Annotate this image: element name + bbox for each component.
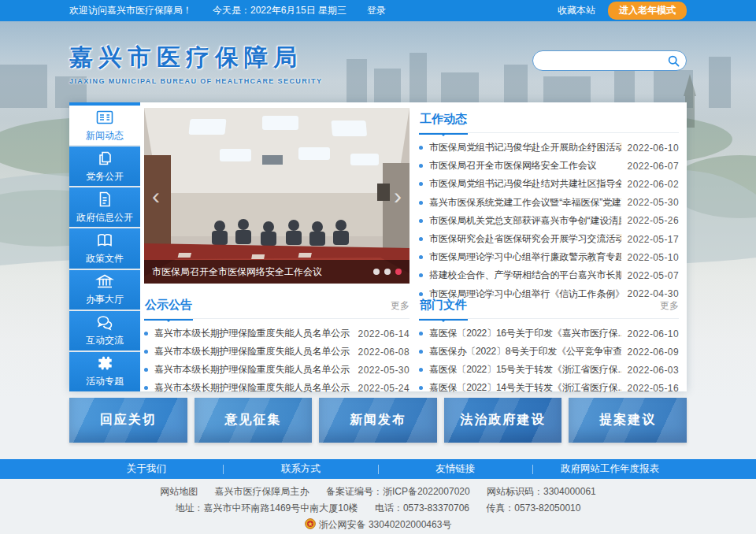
news-item-title: 市医保局党组书记冯俊华赴企开展助企纾困活动 [429,141,621,154]
news-item-title: 市医保局召开全市医保网络安全工作会议 [429,159,621,172]
section-dept-files: 部门文件 更多 嘉医保〔2022〕16号关于印发《嘉兴市医疗保...2022-0… [419,298,679,397]
news-item[interactable]: 市医保局机关党总支部获评嘉兴市争创“建设清廉机...2022-05-26 [419,212,679,230]
notices-more-link[interactable]: 更多 [391,298,410,313]
carousel-dot-3[interactable] [395,269,402,275]
news-item[interactable]: 市医保局党组书记冯俊华赴企开展助企纾困活动2022-06-10 [419,139,679,157]
news-item-title: 嘉兴市本级长期护理保险重度失能人员名单公示（2... [154,327,352,340]
banner-opinion-collection[interactable]: 意见征集 [195,398,313,443]
section-notices: 公示公告 更多 嘉兴市本级长期护理保险重度失能人员名单公示（2...2022-0… [144,298,410,397]
banner-proposal-suggestions[interactable]: 提案建议 [569,398,687,443]
news-item-date: 2022-05-17 [628,234,679,245]
news-list: 市医保局党组书记冯俊华赴企开展助企纾困活动2022-06-10 市医保局召开全市… [419,139,679,303]
news-item-title: 嘉兴市医保系统党建工作会议暨“幸福医保”党建联... [429,196,621,210]
section-title[interactable]: 公示公告 [144,298,193,321]
puzzle-icon [96,354,113,372]
search-input[interactable] [543,55,668,66]
section-title[interactable]: 部门文件 [419,298,468,321]
news-item[interactable]: 嘉兴市本级长期护理保险重度失能人员名单公示（2...2022-05-24 [144,379,410,397]
banner-respond-concerns[interactable]: 回应关切 [69,398,187,443]
news-item-date: 2022-05-16 [628,383,679,394]
elder-mode-button[interactable]: 进入老年模式 [608,2,687,20]
chat-icon [95,313,114,331]
news-item-date: 2022-06-10 [628,328,679,339]
news-item-date: 2022-06-03 [628,365,679,376]
carousel-dot-1[interactable] [373,269,380,275]
news-item-title: 嘉医保〔2022〕14号关于转发《浙江省医疗保... [429,381,621,395]
sidebar-item-interaction[interactable]: 互动交流 [69,311,140,350]
site-logo: 嘉兴市医疗保障局 JIAXING MUNICIPAL BUREAU OF HEA… [69,42,322,85]
police-beian-link[interactable]: 浙公网安备 33040202000463号 [319,519,452,530]
sidebar-item-activities[interactable]: 活动专题 [69,352,140,391]
footer-link-friendly-links[interactable]: 友情链接 [379,462,532,476]
news-item[interactable]: 搭建校企合作、产学研相结合的平台嘉兴市长期护理...2022-05-07 [419,266,679,284]
news-item[interactable]: 嘉医保〔2022〕16号关于印发《嘉兴市医疗保...2022-06-10 [419,324,679,343]
footer-info-line3: 浙公网安备 33040202000463号 [0,517,756,533]
dept-files-more-link[interactable]: 更多 [660,298,679,313]
news-carousel[interactable]: 市医保局召开全市医保网络安全工作会议 [144,108,410,284]
banner-label: 法治政府建设 [461,412,546,428]
sidebar-item-party-affairs[interactable]: 党务公开 [69,146,140,186]
bullet-icon [419,386,423,390]
sidebar-item-label: 党务公开 [86,170,124,184]
footer-link-annual-report[interactable]: 政府网站工作年度报表 [533,462,687,476]
carousel-caption[interactable]: 市医保局召开全市医保网络安全工作会议 [152,265,373,279]
bullet-icon [419,368,423,372]
news-item-title: 嘉兴市本级长期护理保险重度失能人员名单公示（2... [154,363,352,376]
news-item-date: 2022-06-02 [628,179,679,190]
news-item-title: 搭建校企合作、产学研相结合的平台嘉兴市长期护理... [429,269,621,282]
news-item[interactable]: 市医保研究会赴省医保研究会开展学习交流活动2022-05-17 [419,230,679,248]
news-item[interactable]: 市医保局党组书记冯俊华赴结对共建社区指导全国文...2022-06-02 [419,175,679,193]
carousel-slide-image [144,108,410,284]
news-item-date: 2022-06-07 [628,161,679,172]
section-title[interactable]: 工作动态 [419,112,468,135]
banner-news-release[interactable]: 新闻发布 [319,398,437,443]
bullet-icon [144,332,148,336]
footer-link-contact[interactable]: 联系方式 [224,462,377,476]
banner-rule-of-law-gov[interactable]: 法治政府建设 [444,398,562,443]
news-item[interactable]: 嘉医保办〔2022〕8号关于印发《公平竞争审查...2022-06-09 [419,343,679,361]
carousel-prev-arrow-icon[interactable] [147,183,165,211]
news-item-date: 2022-06-09 [628,347,679,358]
icp-number: 备案证编号：浙ICP备2022007020 [326,486,470,497]
sidebar-item-news[interactable]: 新闻动态 [69,106,140,145]
carousel-dots [373,269,402,275]
site-id-number: 网站标识码：3304000061 [487,486,596,497]
news-item[interactable]: 市医保局召开全市医保网络安全工作会议2022-06-07 [419,157,679,175]
documents-icon [96,150,113,167]
sidebar-item-gov-info[interactable]: 政府信息公开 [69,187,140,227]
news-item[interactable]: 嘉兴市本级长期护理保险重度失能人员名单公示（2...2022-05-30 [144,361,410,379]
carousel-dot-2[interactable] [384,269,391,275]
address-text: 地址：嘉兴市中环南路1469号中南大厦10楼 [176,502,358,514]
news-item[interactable]: 市医保局理论学习中心组举行廉政警示教育专题学习...2022-05-10 [419,248,679,266]
bullet-icon [419,219,423,223]
sidebar-item-policy-files[interactable]: 政策文件 [69,228,140,268]
bullet-icon [144,368,148,372]
book-icon [95,232,114,249]
carousel-next-arrow-icon[interactable] [389,183,406,211]
search-button[interactable] [668,55,680,67]
sidebar-item-service-hall[interactable]: 办事大厅 [69,270,140,310]
topbar: 欢迎访问嘉兴市医疗保障局！ 今天是：2022年6月15日 星期三 登录 收藏本站… [0,0,756,21]
login-link[interactable]: 登录 [367,4,386,17]
news-item[interactable]: 嘉医保〔2022〕15号关于转发《浙江省医疗保...2022-06-03 [419,361,679,379]
news-item[interactable]: 嘉兴市本级长期护理保险重度失能人员名单公示（2...2022-06-08 [144,343,410,361]
news-item[interactable]: 嘉医保〔2022〕14号关于转发《浙江省医疗保...2022-05-16 [419,379,679,397]
footer-link-about[interactable]: 关于我们 [69,462,223,476]
phone-text: 电话：0573-83370706 [375,502,469,514]
news-item[interactable]: 嘉兴市医保系统党建工作会议暨“幸福医保”党建联...2022-05-30 [419,194,679,212]
news-item[interactable]: 嘉兴市本级长期护理保险重度失能人员名单公示（2...2022-06-14 [144,324,410,343]
today-date: 今天是：2022年6月15日 星期三 [213,4,346,17]
section-header: 工作动态 [419,112,679,133]
news-item-title: 嘉医保〔2022〕15号关于转发《浙江省医疗保... [429,363,621,376]
bullet-icon [419,164,423,168]
favorite-site-link[interactable]: 收藏本站 [558,4,595,17]
news-list: 嘉兴市本级长期护理保险重度失能人员名单公示（2...2022-06-14 嘉兴市… [144,324,410,397]
sidebar-item-label: 办事大厅 [86,293,124,306]
news-item-title: 嘉兴市本级长期护理保险重度失能人员名单公示（2... [154,381,352,395]
main-content-card: 新闻动态 党务公开 政府信息公开 [69,102,687,391]
site-map-link[interactable]: 网站地图 [160,486,198,497]
bullet-icon [419,182,423,186]
news-item-title: 市医保局党组书记冯俊华赴结对共建社区指导全国文... [429,177,621,191]
host-org-text: 嘉兴市医疗保障局主办 [215,486,309,497]
news-item-date: 2022-05-07 [628,270,679,281]
